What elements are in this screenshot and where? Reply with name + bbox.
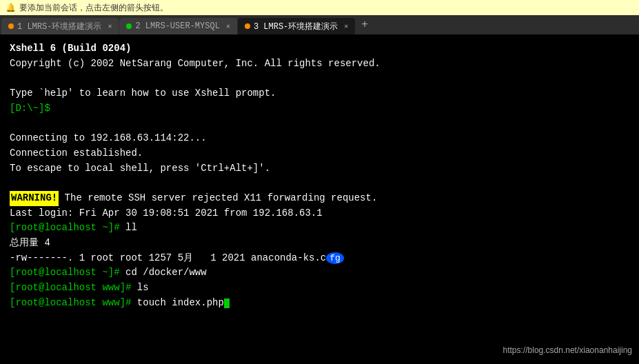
tab-1-close[interactable]: ✕ xyxy=(108,22,112,30)
terminal-line-warning: WARNING! The remote SSH server rejected … xyxy=(10,191,629,206)
tab-1[interactable]: 1 LMRS-环境搭建演示 ✕ xyxy=(1,18,119,34)
terminal-line-cd: [root@localhost ~]# cd /docker/www xyxy=(10,265,629,281)
tab-3-dot xyxy=(245,23,250,29)
terminal[interactable]: Xshell 6 (Build 0204) Copyright (c) 2002… xyxy=(0,34,639,364)
terminal-line-ll: [root@localhost ~]# ll xyxy=(10,221,629,236)
terminal-line-blank-1 xyxy=(10,71,629,86)
terminal-line-lastlogin: Last login: Fri Apr 30 19:08:51 2021 fro… xyxy=(10,206,629,221)
terminal-line-ls: [root@localhost www]# ls xyxy=(10,281,629,296)
notification-text: 要添加当前会话，点击左侧的箭头按钮。 xyxy=(19,2,168,14)
terminal-line-touch: [root@localhost www]# touch index.php xyxy=(10,296,629,311)
tab-3[interactable]: 3 LMRS-环境搭建演示 ✕ xyxy=(238,18,355,34)
tab-2-close[interactable]: ✕ xyxy=(226,22,230,30)
tab-1-dot xyxy=(8,23,14,29)
tab-1-label: 1 LMRS-环境搭建演示 xyxy=(17,21,101,32)
terminal-prompt-local: [D:\~]$ xyxy=(10,101,629,117)
terminal-line-du: 总用量 4 xyxy=(10,236,629,251)
terminal-line-connecting: Connecting to 192.168.63.114:22... xyxy=(10,131,629,146)
warning-badge: WARNING! xyxy=(10,191,59,206)
notification-bar: 🔔 要添加当前会话，点击左侧的箭头按钮。 xyxy=(0,0,639,15)
tab-3-label: 3 LMRS-环境搭建演示 xyxy=(254,21,338,32)
terminal-line-2: Copyright (c) 2002 NetSarang Computer, I… xyxy=(10,57,629,72)
tab-3-close[interactable]: ✕ xyxy=(344,22,348,30)
watermark: https://blog.csdn.net/xiaonanhaijing xyxy=(503,344,632,357)
terminal-line-established: Connection established. xyxy=(10,146,629,161)
tab-add-button[interactable]: + xyxy=(356,19,374,31)
terminal-line-1: Xshell 6 (Build 0204) xyxy=(10,41,629,57)
terminal-line-blank-2 xyxy=(10,116,629,131)
cursor xyxy=(224,299,230,308)
notification-icon: 🔔 xyxy=(6,3,16,13)
terminal-line-blank-3 xyxy=(10,176,629,191)
tab-2-dot xyxy=(126,23,132,29)
tab-2[interactable]: 2 LMRS-USER-MYSQL ✕ xyxy=(119,18,236,34)
terminal-line-file: -rw-------. 1 root root 1257 5月 1 2021 a… xyxy=(10,251,629,266)
tab-bar: 1 LMRS-环境搭建演示 ✕ 2 LMRS-USER-MYSQL ✕ 3 LM… xyxy=(0,15,639,34)
terminal-line-escape: To escape to local shell, press 'Ctrl+Al… xyxy=(10,161,629,176)
tab-2-label: 2 LMRS-USER-MYSQL xyxy=(135,21,219,31)
terminal-line-3: Type `help' to learn how to use Xshell p… xyxy=(10,86,629,101)
